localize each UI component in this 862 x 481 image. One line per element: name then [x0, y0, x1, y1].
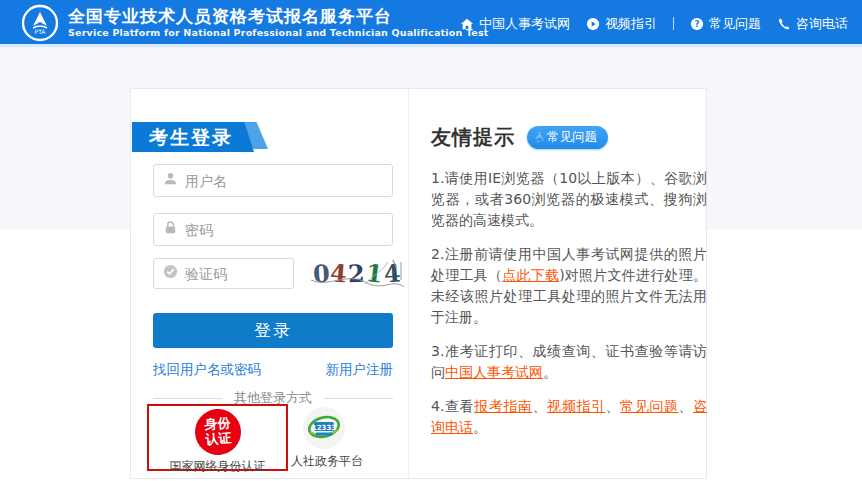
tip-text: 。: [543, 364, 557, 380]
faq-badge-button[interactable]: ☝ 常见问题: [527, 126, 608, 149]
method-label: 人社政务平台: [291, 453, 357, 470]
id-badge-line2: 认证: [205, 431, 232, 448]
site-title: 全国专业技术人员资格考试报名服务平台: [68, 6, 489, 26]
tip-text: 。: [473, 419, 487, 435]
nav-item-label: 咨询电话: [796, 15, 848, 33]
id-auth-badge-icon: 身份 认证: [193, 407, 242, 456]
captcha-noise-lines: [309, 254, 405, 292]
highlight-box: 身份 认证 国家网络身份认证: [147, 404, 288, 471]
pointing-hand-icon: ☝: [533, 130, 545, 145]
nav-separator: [673, 17, 674, 30]
site-subtitle: Service Platform for National Profession…: [68, 27, 489, 38]
tip-link[interactable]: 视频指引: [547, 398, 605, 414]
tip-link[interactable]: 报考指南: [474, 398, 532, 414]
password-field[interactable]: [153, 213, 393, 246]
svg-text:?: ?: [694, 19, 699, 29]
tip-link[interactable]: 中国人事考试网: [445, 364, 543, 380]
tip-item: 1.请使用IE浏览器（10以上版本）、谷歌浏览器，或者360浏览器的极速模式、搜…: [431, 168, 707, 231]
nav-item[interactable]: 中国人事考试网: [460, 15, 570, 33]
tip-text: 1.请使用IE浏览器（10以上版本）、谷歌浏览器，或者360浏览器的极速模式、搜…: [431, 170, 707, 228]
login-links: 找回用户名或密码 新用户注册: [153, 361, 393, 379]
method-label: 国家网络身份认证: [149, 458, 286, 475]
tips-list: 1.请使用IE浏览器（10以上版本）、谷歌浏览器，或者360浏览器的极速模式、搜…: [431, 168, 707, 438]
captcha-image[interactable]: 04214: [309, 254, 405, 292]
tips-header: 友情提示 ☝ 常见问题: [431, 124, 707, 151]
nav-item[interactable]: 咨询电话: [777, 15, 848, 33]
tip-text: 、: [605, 398, 620, 414]
tip-text: 4.查看: [431, 398, 474, 414]
password-input[interactable]: [185, 222, 392, 238]
register-link[interactable]: 新用户注册: [326, 361, 394, 379]
shield-check-icon: [163, 264, 178, 283]
top-nav: 中国人事考试网视频指引?常见问题咨询电话: [460, 0, 848, 47]
divider-line-left: [153, 398, 222, 399]
login-banner-title: 考生登录: [132, 122, 254, 152]
main-card: 考生登录 04214 登录 找回用户名或密码 新用户注册 其: [130, 88, 707, 479]
brand: 全国专业技术人员资格考试报名服务平台 Service Platform for …: [68, 6, 489, 38]
renshe-12333-logo-icon: 12333: [303, 407, 345, 449]
tip-item: 3.准考证打印、成绩查询、证书查验等请访问中国人事考试网。: [431, 341, 707, 383]
header: PTA 全国专业技术人员资格考试报名服务平台 Service Platform …: [0, 0, 862, 47]
tip-item: 4.查看报考指南、视频指引、常见问题、咨询电话。: [431, 396, 707, 438]
nav-item-label: 视频指引: [605, 15, 657, 33]
tip-item: 2.注册前请使用中国人事考试网提供的照片处理工具（点此下载)对照片文件进行处理。…: [431, 244, 707, 328]
login-method-national-id[interactable]: 身份 认证 国家网络身份认证: [149, 406, 286, 469]
nav-item-label: 中国人事考试网: [479, 15, 570, 33]
login-button[interactable]: 登录: [153, 313, 393, 348]
captcha-field[interactable]: [153, 258, 294, 289]
captcha-input[interactable]: [185, 266, 293, 282]
nav-item[interactable]: 视频指引: [586, 15, 657, 33]
tip-link[interactable]: 点此下载: [502, 267, 559, 283]
user-icon: [163, 171, 178, 190]
tips-panel: 友情提示 ☝ 常见问题 1.请使用IE浏览器（10以上版本）、谷歌浏览器，或者3…: [431, 124, 707, 451]
tip-link[interactable]: 常见问题: [620, 398, 678, 414]
nav-item-label: 常见问题: [709, 15, 761, 33]
tip-text: 、: [533, 398, 548, 414]
username-input[interactable]: [185, 173, 392, 189]
tip-text: 、: [678, 398, 693, 414]
login-method-renshe[interactable]: 12333 人社政务平台: [291, 407, 357, 470]
login-banner: 考生登录: [132, 122, 272, 152]
svg-text:12333: 12333: [312, 424, 336, 432]
username-field[interactable]: [153, 164, 393, 197]
divider-line-right: [324, 398, 393, 399]
svg-text:PTA: PTA: [35, 28, 47, 35]
faq-badge-label: 常见问题: [547, 129, 597, 146]
nav-item[interactable]: ?常见问题: [690, 15, 761, 33]
site-logo-icon: PTA: [21, 4, 59, 42]
panel-divider: [408, 89, 409, 478]
lock-icon: [163, 220, 178, 239]
tips-title: 友情提示: [431, 124, 515, 151]
forgot-password-link[interactable]: 找回用户名或密码: [153, 361, 261, 379]
